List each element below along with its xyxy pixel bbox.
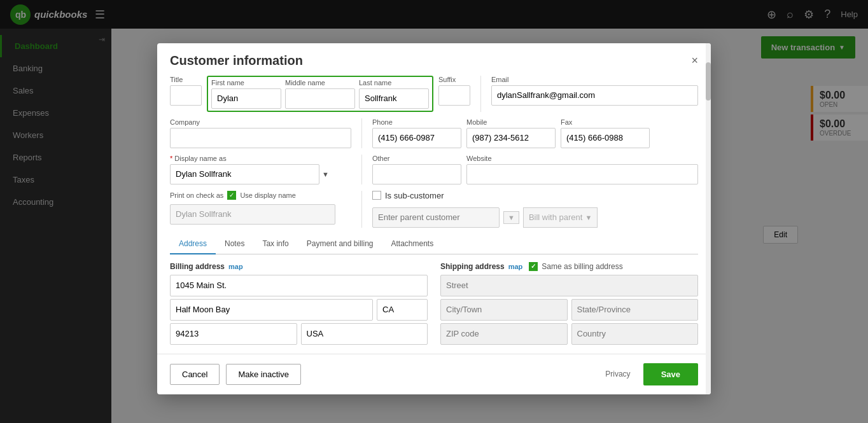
sub-customer-col: Is sub-customer ▼ Bill with parent ▼: [372, 191, 698, 228]
first-name-label: First name: [211, 79, 281, 87]
billing-zip-input[interactable]: [170, 323, 297, 345]
mobile-input[interactable]: [466, 128, 556, 148]
print-on-check-input[interactable]: [170, 204, 335, 225]
is-sub-customer-checkbox[interactable]: [372, 191, 381, 200]
billing-city-input[interactable]: [170, 299, 373, 321]
billing-country-input[interactable]: [301, 323, 428, 345]
modal-header: Customer information ×: [157, 43, 711, 76]
print-on-check-label: Print on check as: [170, 191, 223, 199]
tab-notes[interactable]: Notes: [216, 234, 253, 254]
display-name-input[interactable]: [170, 164, 319, 184]
other-label: Other: [372, 155, 461, 162]
shipping-state-input[interactable]: [571, 299, 699, 321]
fax-input[interactable]: [561, 128, 650, 148]
make-inactive-button[interactable]: Make inactive: [226, 364, 300, 385]
shipping-address-col: Shipping address map ✓ Same as billing a…: [440, 262, 698, 347]
title-label: Title: [170, 76, 202, 83]
middle-name-label: Middle name: [285, 79, 355, 87]
tab-tax-info[interactable]: Tax info: [253, 234, 297, 254]
mobile-col: Mobile: [466, 118, 556, 148]
middle-name-col: Middle name: [285, 79, 355, 109]
company-phone-row: Company Phone Mobile Fax: [170, 118, 698, 148]
last-name-input[interactable]: [359, 88, 429, 109]
parent-customer-dropdown-icon[interactable]: ▼: [503, 211, 519, 224]
form-divider: [480, 76, 481, 112]
cancel-button[interactable]: Cancel: [170, 364, 220, 385]
phone-col: Phone: [372, 118, 461, 148]
display-other-row: Display name as ▼ Other Website: [170, 155, 698, 184]
tab-address[interactable]: Address: [170, 234, 216, 254]
shipping-address-header: Shipping address map ✓ Same as billing a…: [440, 262, 698, 271]
use-display-name-checkbox[interactable]: ✓: [227, 191, 236, 200]
address-section: Billing address map Shipping address map: [170, 262, 698, 347]
title-input[interactable]: [170, 85, 202, 106]
company-input[interactable]: [170, 128, 351, 148]
middle-name-input[interactable]: [285, 88, 355, 109]
bill-with-parent-label: Bill with parent: [529, 212, 583, 222]
form-divider-4: [361, 191, 362, 228]
modal-close-button[interactable]: ×: [691, 55, 698, 66]
bill-with-parent-dropdown-icon[interactable]: ▼: [585, 214, 592, 221]
name-group: First name Middle name Last name: [207, 76, 433, 112]
tab-attachments[interactable]: Attachments: [382, 234, 442, 254]
last-name-col: Last name: [359, 79, 429, 109]
billing-address-col: Billing address map: [170, 262, 428, 347]
footer-left: Cancel Make inactive: [170, 364, 301, 385]
first-name-col: First name: [211, 79, 281, 109]
footer-right: Privacy Save: [605, 363, 698, 385]
tab-payment-and-billing[interactable]: Payment and billing: [298, 234, 382, 254]
parent-customer-input[interactable]: [372, 207, 500, 228]
billing-city-state-row: [170, 299, 428, 323]
fax-col: Fax: [561, 118, 650, 148]
print-on-check-col: Print on check as ✓ Use display name: [170, 191, 351, 225]
save-button[interactable]: Save: [643, 363, 698, 385]
fax-label: Fax: [561, 118, 650, 126]
phone-input[interactable]: [372, 128, 461, 148]
shipping-zip-country-row: [440, 323, 698, 347]
billing-address-header: Billing address map: [170, 262, 428, 271]
modal-footer: Cancel Make inactive Privacy Save: [157, 354, 711, 394]
phone-label: Phone: [372, 118, 461, 126]
other-col: Other: [372, 155, 461, 184]
shipping-zip-input[interactable]: [440, 323, 568, 345]
shipping-country-input[interactable]: [571, 323, 699, 345]
privacy-link[interactable]: Privacy: [605, 370, 630, 378]
shipping-street-input[interactable]: [440, 275, 698, 296]
billing-map-link[interactable]: map: [228, 263, 243, 270]
name-row: Title First name Middle name Last name: [170, 76, 698, 112]
display-name-col: Display name as ▼: [170, 155, 351, 184]
suffix-col: Suffix: [438, 76, 470, 106]
email-col: Email: [491, 76, 698, 106]
modal-body: Title First name Middle name Last name: [157, 76, 711, 354]
scrollbar-track: [706, 43, 711, 394]
website-label: Website: [466, 155, 698, 162]
tabs: Address Notes Tax info Payment and billi…: [170, 234, 698, 254]
first-name-input[interactable]: [211, 88, 281, 109]
billing-state-input[interactable]: [377, 299, 428, 321]
email-label: Email: [491, 76, 698, 83]
suffix-label: Suffix: [438, 76, 470, 83]
scrollbar-thumb[interactable]: [706, 62, 711, 101]
company-col: Company: [170, 118, 351, 148]
email-input[interactable]: [491, 85, 698, 106]
modal-title: Customer information: [170, 53, 303, 68]
website-input[interactable]: [466, 164, 698, 184]
display-name-label: Display name as: [170, 155, 351, 162]
suffix-input[interactable]: [438, 85, 470, 106]
form-divider-3: [361, 155, 362, 184]
billing-street-input[interactable]: [170, 275, 428, 296]
billing-zip-country-row: [170, 323, 428, 347]
website-col: Website: [466, 155, 698, 184]
company-label: Company: [170, 118, 351, 126]
print-sub-row: Print on check as ✓ Use display name Is …: [170, 191, 698, 228]
last-name-label: Last name: [359, 79, 429, 87]
is-sub-customer-label: Is sub-customer: [385, 191, 444, 200]
shipping-city-state-row: [440, 299, 698, 323]
shipping-city-input[interactable]: [440, 299, 568, 321]
display-name-dropdown-icon[interactable]: ▼: [322, 170, 329, 178]
same-as-billing-checkbox[interactable]: ✓: [529, 262, 538, 271]
other-input[interactable]: [372, 164, 461, 184]
title-col: Title: [170, 76, 202, 106]
shipping-map-link[interactable]: map: [508, 263, 523, 270]
mobile-label: Mobile: [466, 118, 556, 126]
